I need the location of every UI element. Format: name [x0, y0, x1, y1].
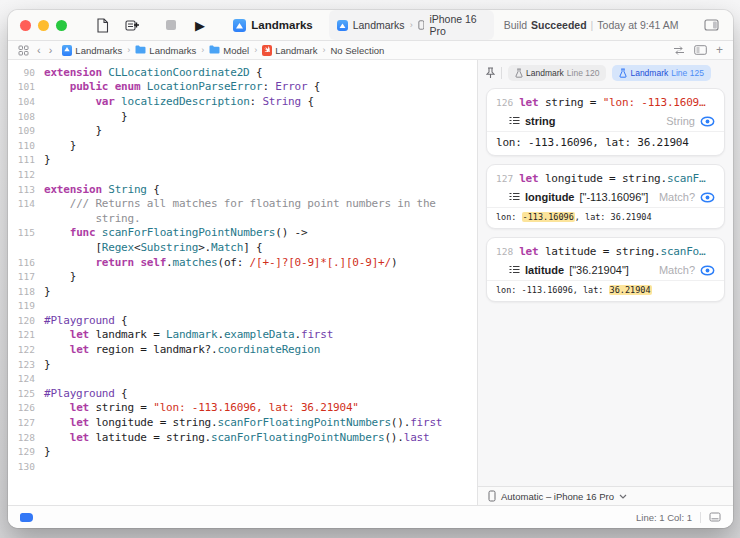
code-token: return	[95, 256, 134, 269]
result-card[interactable]: 127let longitude = string.scanF…longitud…	[486, 164, 725, 229]
code-line[interactable]: 121 let landmark = Landmark.exampleData.…	[8, 328, 477, 343]
editor-options-icon[interactable]	[694, 45, 707, 55]
code-line[interactable]: 117 }	[8, 269, 477, 284]
code-line[interactable]: 128 let latitude = string.scanForFloatin…	[8, 430, 477, 445]
code-text: /// Returns all matches for floating poi…	[44, 197, 436, 210]
code-line[interactable]: 108 }	[8, 109, 477, 124]
code-token	[44, 95, 95, 108]
line-number: 119	[8, 300, 44, 311]
code-token: {	[301, 95, 314, 108]
zoom-window-button[interactable]	[56, 20, 67, 31]
code-line[interactable]: [Regex<Substring>.Match] {	[8, 240, 477, 255]
add-editor-icon[interactable]: +	[716, 43, 723, 57]
line-number: 117	[8, 271, 44, 282]
line-number: 104	[8, 96, 44, 107]
toolbar: ▶ Landmarks Landmarks › iPhone 16 Pro Bu…	[8, 10, 733, 41]
code-line[interactable]: 114 /// Returns all matches for floating…	[8, 196, 477, 211]
code-line[interactable]: 110 }	[8, 138, 477, 153]
back-button[interactable]: ‹	[37, 44, 41, 56]
line-number: 115	[8, 227, 44, 238]
folder-icon	[209, 45, 220, 56]
breadcrumb-item[interactable]: Landmark	[262, 44, 317, 56]
chevron-down-icon	[619, 494, 627, 499]
forward-button[interactable]: ›	[49, 44, 53, 56]
code-line[interactable]: 112	[8, 167, 477, 182]
close-window-button[interactable]	[20, 20, 31, 31]
playground-device-selector[interactable]: Automatic – iPhone 16 Pro	[478, 486, 733, 505]
breadcrumb: Landmarks›Landmarks›Model›Landmark›No Se…	[62, 44, 384, 56]
code-line[interactable]: 104 var localizedDescription: String {	[8, 94, 477, 109]
library-icon[interactable]	[124, 15, 143, 35]
breakpoint-icon[interactable]	[20, 513, 33, 522]
code-token	[44, 401, 70, 414]
eye-icon[interactable]	[700, 116, 715, 127]
breadcrumb-item[interactable]: Landmarks	[135, 45, 196, 56]
result-line-number: 126	[496, 97, 513, 108]
result-text: lon:	[496, 212, 522, 222]
stop-button[interactable]	[162, 15, 181, 35]
code-token: Match	[211, 241, 243, 254]
code-text: }	[44, 285, 50, 298]
code-line[interactable]: 118}	[8, 284, 477, 299]
line-number: 120	[8, 315, 44, 326]
code-token: ().	[384, 431, 403, 444]
destination-selector[interactable]: Landmarks › iPhone 16 Pro	[329, 10, 494, 40]
code-line[interactable]: 129}	[8, 444, 477, 459]
code-line[interactable]: 90extension CLLocationCoordinate2D {	[8, 65, 477, 80]
editor-display-icon[interactable]	[709, 512, 721, 522]
playground-tab[interactable]: LandmarkLine 120	[508, 65, 606, 81]
activity-view[interactable]: Build Succeeded | Today at 9:41 AM	[504, 19, 679, 31]
source-editor[interactable]: 90extension CLLocationCoordinate2D {101 …	[8, 60, 477, 505]
code-line[interactable]: 101 public enum LocationParseError: Erro…	[8, 80, 477, 95]
code-token: let	[70, 401, 89, 414]
code-line[interactable]: 122 let region = landmark?.coordinateReg…	[8, 342, 477, 357]
code-line[interactable]: 109 }	[8, 123, 477, 138]
code-line[interactable]: 130	[8, 459, 477, 474]
code-line[interactable]: 111}	[8, 153, 477, 168]
code-token: }	[44, 124, 102, 137]
code-text: extension String {	[44, 183, 160, 196]
code-line[interactable]: 127 let longitude = string.scanForFloati…	[8, 415, 477, 430]
playground-tab[interactable]: LandmarkLine 125	[612, 65, 710, 81]
code-line[interactable]: string.	[8, 211, 477, 226]
code-line[interactable]: 113extension String {	[8, 182, 477, 197]
result-type-label: Match?	[659, 264, 695, 276]
line-number: 124	[8, 373, 44, 384]
code-line[interactable]: 124	[8, 371, 477, 386]
result-card[interactable]: 126let string = "lon: -113.1609…stringSt…	[486, 88, 725, 156]
breadcrumb-item[interactable]: Model	[209, 45, 249, 56]
flask-icon	[515, 68, 523, 78]
code-line[interactable]: 123}	[8, 357, 477, 372]
breadcrumb-item[interactable]: Landmarks	[62, 44, 122, 56]
breadcrumb-label: No Selection	[330, 45, 384, 56]
code-line[interactable]: 126 let string = "lon: -113.16096, lat: …	[8, 401, 477, 416]
result-card[interactable]: 128let latitude = string.scanFo…latitude…	[486, 237, 725, 302]
related-items-icon[interactable]	[18, 45, 29, 56]
line-number: 112	[8, 169, 44, 180]
code-token	[44, 256, 95, 269]
result-text: lon: -113.16096, lat: 36.21904	[496, 136, 689, 149]
playground-tab-line: Line 125	[671, 68, 704, 78]
inspector-toggle-icon[interactable]	[702, 15, 721, 35]
code-line[interactable]: 115 func scanForFloatingPointNumbers() -…	[8, 226, 477, 241]
code-line[interactable]: 125#Playground {	[8, 386, 477, 401]
code-text: var localizedDescription: String {	[44, 95, 314, 108]
status-bar: Line: 1 Col: 1	[8, 505, 733, 528]
chevron-right-icon: ›	[200, 45, 205, 55]
new-file-icon[interactable]	[93, 15, 112, 35]
scheme-selector[interactable]: Landmarks	[233, 19, 312, 32]
code-token: func	[70, 226, 96, 239]
code-text: #Playground {	[44, 314, 128, 327]
eye-icon[interactable]	[700, 265, 715, 276]
breadcrumb-item[interactable]: No Selection	[330, 45, 384, 56]
code-line[interactable]: 116 return self.matches(of: /[+-]?[0-9]*…	[8, 255, 477, 270]
code-token: }	[44, 358, 50, 371]
pin-icon[interactable]	[486, 67, 495, 79]
code-token: self	[140, 256, 166, 269]
code-line[interactable]: 120#Playground {	[8, 313, 477, 328]
eye-icon[interactable]	[700, 192, 715, 203]
minimize-window-button[interactable]	[38, 20, 49, 31]
code-line[interactable]: 119	[8, 299, 477, 314]
code-review-icon[interactable]	[673, 46, 685, 55]
run-button[interactable]: ▶	[191, 15, 210, 35]
